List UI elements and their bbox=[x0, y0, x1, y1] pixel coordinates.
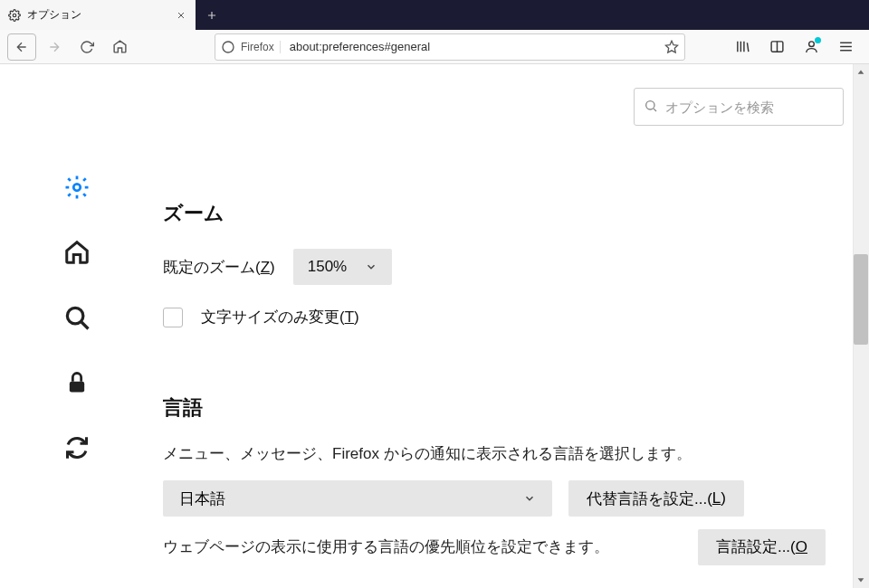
scroll-up-icon[interactable] bbox=[853, 64, 869, 81]
language-desc: メニュー、メッセージ、Firefox からの通知に表示される言語を選択します。 bbox=[163, 443, 842, 464]
library-icon[interactable] bbox=[730, 34, 755, 60]
scrollbar[interactable] bbox=[853, 64, 869, 588]
svg-point-9 bbox=[646, 100, 654, 109]
scrollbar-thumb[interactable] bbox=[854, 254, 868, 345]
back-button[interactable] bbox=[7, 33, 36, 61]
reload-button[interactable] bbox=[72, 33, 101, 61]
url-bar[interactable]: Firefox bbox=[215, 33, 685, 61]
svg-line-13 bbox=[81, 322, 89, 329]
menu-icon[interactable] bbox=[833, 34, 858, 60]
svg-rect-14 bbox=[70, 382, 84, 393]
toolbar-right bbox=[730, 34, 862, 60]
text-zoom-only-row: 文字サイズのみ変更(T) bbox=[163, 307, 842, 327]
sidebar-item-general[interactable] bbox=[62, 173, 91, 202]
sidebar-item-sync[interactable] bbox=[62, 433, 91, 462]
urlbar-input[interactable] bbox=[290, 40, 659, 53]
account-icon[interactable] bbox=[798, 34, 824, 60]
notification-dot bbox=[815, 37, 821, 43]
language-heading: 言語 bbox=[163, 394, 842, 422]
svg-marker-15 bbox=[858, 71, 864, 74]
chevron-down-icon bbox=[365, 261, 377, 273]
sidebar-toggle-icon[interactable] bbox=[764, 34, 789, 60]
forward-button bbox=[40, 33, 69, 61]
default-zoom-value: 150% bbox=[308, 258, 347, 276]
preferences-search[interactable] bbox=[634, 88, 844, 126]
set-alternate-language-button[interactable]: 代替言語を設定...(L) bbox=[568, 480, 744, 517]
chevron-down-icon bbox=[523, 492, 536, 505]
svg-marker-2 bbox=[665, 41, 677, 52]
text-zoom-only-checkbox[interactable] bbox=[163, 308, 183, 327]
tab-title: オプション bbox=[27, 7, 168, 23]
language-preferences-button[interactable]: 言語設定...(O bbox=[698, 529, 826, 565]
webpage-language-row: ウェブページの表示に使用する言語の優先順位を設定できます。 言語設定...(O bbox=[163, 536, 842, 557]
default-zoom-label: 既定のズーム(Z) bbox=[163, 257, 275, 278]
tab-active[interactable]: オプション bbox=[0, 0, 196, 30]
sidebar-item-search[interactable] bbox=[62, 303, 91, 332]
urlbar-origin: Firefox bbox=[241, 41, 281, 53]
webpage-language-desc: ウェブページの表示に使用する言語の優先順位を設定できます。 bbox=[163, 536, 609, 557]
sidebar-item-home[interactable] bbox=[62, 238, 91, 267]
bookmark-star-icon[interactable] bbox=[664, 40, 679, 54]
svg-marker-16 bbox=[858, 578, 864, 582]
gear-icon bbox=[7, 8, 22, 23]
ui-language-select[interactable]: 日本語 bbox=[163, 480, 552, 517]
svg-point-1 bbox=[223, 42, 234, 52]
preferences-content: ズーム 既定のズーム(Z) 150% 文字サイズのみ変更(T) 言語 メニュー、… bbox=[0, 64, 869, 588]
svg-point-12 bbox=[67, 308, 83, 324]
scroll-down-icon[interactable] bbox=[853, 572, 869, 588]
language-row: 日本語 代替言語を設定...(L) bbox=[163, 480, 842, 517]
nav-toolbar: Firefox bbox=[0, 30, 869, 64]
home-button[interactable] bbox=[105, 33, 134, 61]
text-zoom-only-label: 文字サイズのみ変更(T) bbox=[201, 307, 359, 327]
preferences-sidebar bbox=[0, 64, 154, 588]
svg-point-11 bbox=[73, 184, 81, 191]
preferences-main: ズーム 既定のズーム(Z) 150% 文字サイズのみ変更(T) 言語 メニュー、… bbox=[154, 64, 842, 588]
sidebar-item-privacy[interactable] bbox=[62, 368, 91, 397]
search-icon bbox=[644, 99, 658, 116]
default-zoom-select[interactable]: 150% bbox=[293, 249, 392, 285]
svg-point-5 bbox=[808, 42, 814, 47]
new-tab-button[interactable] bbox=[196, 0, 228, 30]
svg-point-0 bbox=[13, 14, 16, 17]
preferences-search-input[interactable] bbox=[665, 100, 837, 115]
svg-line-10 bbox=[654, 109, 656, 111]
close-icon[interactable] bbox=[174, 8, 188, 23]
tab-bar: オプション bbox=[0, 0, 869, 30]
default-zoom-row: 既定のズーム(Z) 150% bbox=[163, 249, 842, 285]
firefox-icon bbox=[221, 40, 235, 54]
zoom-heading: ズーム bbox=[163, 200, 842, 227]
ui-language-value: 日本語 bbox=[179, 488, 225, 509]
